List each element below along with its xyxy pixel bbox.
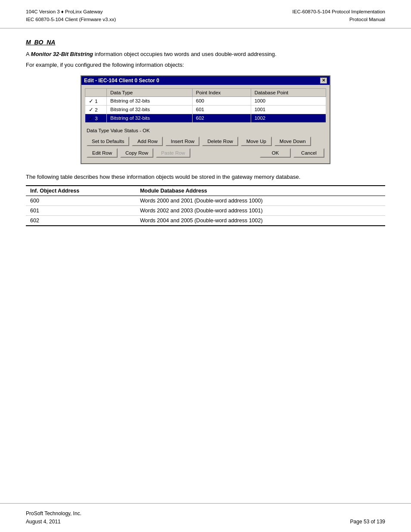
col-header-datatype: Data Type <box>107 88 193 96</box>
example-paragraph: For example, if you configured the follo… <box>26 61 385 69</box>
checkmark-icon: ✓ <box>89 106 93 113</box>
footer-left: ProSoft Technology, Inc. August 4, 2011 <box>26 510 81 526</box>
header-left: 104C Version 3 ♦ ProLinx Gateway IEC 608… <box>26 8 116 24</box>
data-type-cell: Bitstring of 32-bits <box>107 105 193 114</box>
data-table-header-row: Inf. Object Address Module Database Addr… <box>26 186 385 196</box>
header-left-line1: 104C Version 3 ♦ ProLinx Gateway <box>26 8 116 16</box>
page-content: M_BO_NA A Monitor 32-Bit Bitstring infor… <box>0 28 411 503</box>
inf-object-address-cell: 600 <box>26 196 136 206</box>
footer-company: ProSoft Technology, Inc. <box>26 510 81 518</box>
dialog: Edit - IEC-104 Client 0 Sector 0 ✕ Data … <box>81 75 330 164</box>
point-index-cell: 601 <box>192 105 251 114</box>
insert-row-button[interactable]: Insert Row <box>165 137 199 146</box>
data-table-col-address: Inf. Object Address <box>26 186 136 196</box>
delete-row-button[interactable]: Delete Row <box>202 137 238 146</box>
page-footer: ProSoft Technology, Inc. August 4, 2011 … <box>0 503 411 532</box>
cancel-button[interactable]: Cancel <box>293 148 324 158</box>
data-table-col-module-address: Module Database Address <box>136 186 385 196</box>
database-point-cell: 1002 <box>251 114 326 122</box>
module-database-address-cell: Words 2004 and 2005 (Double-word address… <box>136 216 385 226</box>
point-index-cell: 600 <box>192 96 251 105</box>
dialog-buttons-row-2: Edit RowCopy RowPaste RowOKCancel <box>85 148 326 158</box>
dialog-body: Data Type Point Index Database Point ✓ 1… <box>81 85 330 163</box>
data-table-row: 600Words 2000 and 2001 (Double-word addr… <box>26 196 385 206</box>
move-up-button[interactable]: Move Up <box>241 137 272 146</box>
copy-row-button[interactable]: Copy Row <box>120 148 153 158</box>
table-row[interactable]: ✓ 1Bitstring of 32-bits6001000 <box>85 96 326 105</box>
set-defaults-button[interactable]: Set to Defaults <box>87 137 129 146</box>
database-point-cell: 1001 <box>251 105 326 114</box>
data-type-cell: Bitstring of 32-bits <box>107 114 193 122</box>
data-table-row: 601Words 2002 and 2003 (Double-word addr… <box>26 206 385 216</box>
dialog-buttons-row-1: Set to DefaultsAdd RowInsert RowDelete R… <box>85 137 326 146</box>
data-table-row: 602Words 2004 and 2005 (Double-word addr… <box>26 216 385 226</box>
col-header-dbpoint: Database Point <box>251 88 326 96</box>
page-header: 104C Version 3 ♦ ProLinx Gateway IEC 608… <box>0 0 411 28</box>
button-spacer <box>193 148 257 158</box>
add-row-button[interactable]: Add Row <box>132 137 163 146</box>
dialog-title: Edit - IEC-104 Client 0 Sector 0 <box>84 78 159 84</box>
col-header-pointindex: Point Index <box>192 88 251 96</box>
description-paragraph: The following table describes how these … <box>26 173 385 181</box>
database-point-cell: 1000 <box>251 96 326 105</box>
col-header-num <box>85 88 107 96</box>
row-num-cell: ✓ 2 <box>85 105 107 114</box>
table-row[interactable]: ✓ 2Bitstring of 32-bits6011001 <box>85 105 326 114</box>
ok-button[interactable]: OK <box>260 148 291 158</box>
header-left-line2: IEC 60870-5-104 Client (Firmware v3.xx) <box>26 16 116 23</box>
checkmark-icon: ✓ <box>89 115 93 121</box>
footer-page: Page 53 of 139 <box>350 518 385 526</box>
edit-row-button[interactable]: Edit Row <box>87 148 118 158</box>
dialog-titlebar: Edit - IEC-104 Client 0 Sector 0 ✕ <box>81 76 330 85</box>
move-down-button[interactable]: Move Down <box>274 137 311 146</box>
dialog-table: Data Type Point Index Database Point ✓ 1… <box>85 88 326 123</box>
module-database-address-cell: Words 2002 and 2003 (Double-word address… <box>136 206 385 216</box>
dialog-titlebar-buttons: ✕ <box>320 78 327 84</box>
table-header-row: Data Type Point Index Database Point <box>85 88 326 96</box>
inf-object-address-cell: 601 <box>26 206 136 216</box>
table-row[interactable]: ✓ 3Bitstring of 32-bits6021002 <box>85 114 326 122</box>
point-index-cell: 602 <box>192 114 251 122</box>
row-num-cell: ✓ 3 <box>85 114 107 122</box>
inf-object-address-cell: 602 <box>26 216 136 226</box>
row-num-cell: ✓ 1 <box>85 96 107 105</box>
checkmark-icon: ✓ <box>89 98 93 104</box>
intro-text-after: information object occupies two words an… <box>93 51 277 57</box>
status-bar: Data Type Value Status - OK <box>85 126 326 137</box>
header-right: IEC-60870-5-104 Protocol Implementation … <box>293 8 385 24</box>
intro-text-before: A <box>26 51 31 57</box>
footer-date: August 4, 2011 <box>26 518 81 526</box>
data-table: Inf. Object Address Module Database Addr… <box>26 185 385 226</box>
module-database-address-cell: Words 2000 and 2001 (Double-word address… <box>136 196 385 206</box>
header-right-line1: IEC-60870-5-104 Protocol Implementation <box>293 8 385 16</box>
dialog-wrapper: Edit - IEC-104 Client 0 Sector 0 ✕ Data … <box>26 75 385 164</box>
paste-row-button: Paste Row <box>156 148 190 158</box>
intro-paragraph: A Monitor 32-Bit Bitstring information o… <box>26 50 385 59</box>
intro-italic: Monitor 32-Bit Bitstring <box>31 51 93 57</box>
section-heading: M_BO_NA <box>26 39 385 46</box>
header-right-line2: Protocol Manual <box>293 16 385 23</box>
dialog-close-button[interactable]: ✕ <box>320 78 327 84</box>
page-container: 104C Version 3 ♦ ProLinx Gateway IEC 608… <box>0 0 411 532</box>
data-type-cell: Bitstring of 32-bits <box>107 96 193 105</box>
